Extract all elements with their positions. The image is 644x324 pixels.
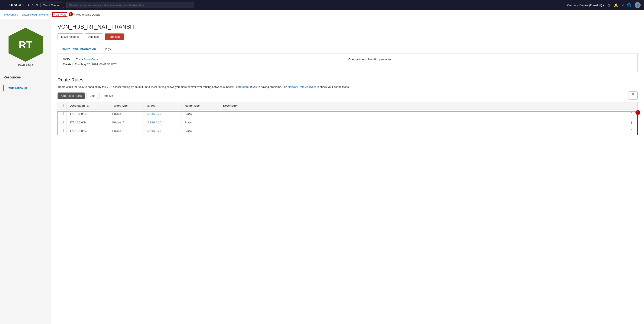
table-toolbar: Add Route Rules Edit Remove bbox=[58, 92, 638, 99]
info-right: Compartment: IwanHoogendoorn bbox=[348, 58, 632, 68]
manage-columns-button[interactable]: ⋮⋮ bbox=[628, 92, 638, 100]
row3-description bbox=[220, 126, 627, 135]
tab-tags[interactable]: Tags bbox=[100, 45, 115, 53]
row1-target-type: Private IP bbox=[109, 110, 144, 118]
row2-checkbox-cell bbox=[58, 118, 67, 126]
table-row: 172.16.3.0/24 Private IP 172.16.0.20 Sta… bbox=[58, 126, 638, 135]
row3-destination: 172.16.3.0/24 bbox=[67, 126, 109, 135]
row1-route-type: Static bbox=[182, 110, 220, 118]
breadcrumb-vcn[interactable]: Virtual cloud networks bbox=[22, 13, 48, 16]
created-row: Created: Thu, May 23, 2024, 06:41:38 UTC bbox=[63, 63, 347, 66]
hamburger-menu-icon[interactable]: ☰ bbox=[4, 3, 7, 8]
col-target: Target bbox=[144, 102, 182, 110]
select-all-checkbox[interactable] bbox=[61, 104, 64, 107]
step-2-badge: 2 bbox=[68, 12, 73, 16]
step-1-badge: 1 bbox=[636, 110, 640, 115]
top-navigation: ☰ ORACLE Cloud Cloud Classic › Germany C… bbox=[0, 0, 644, 10]
add-tags-button[interactable]: Add tags bbox=[85, 34, 103, 40]
row2-destination: 172.16.2.0/24 bbox=[67, 118, 109, 126]
region-selector[interactable]: Germany Central (Frankfurt) ▾ bbox=[567, 4, 604, 7]
compartment-row: Compartment: IwanHoogendoorn bbox=[348, 58, 632, 61]
row3-target-link[interactable]: 172.16.0.20 bbox=[146, 130, 161, 132]
row3-target-type: Private IP bbox=[109, 126, 144, 135]
info-grid: OCID: ...m7q4ja Show Copy Created: Thu, … bbox=[63, 58, 632, 68]
row2-more-icon[interactable]: ⋮ bbox=[630, 121, 633, 124]
col-select-all[interactable] bbox=[58, 102, 67, 110]
row2-route-type: Static bbox=[182, 118, 220, 126]
ocid-show-link[interactable]: Show bbox=[84, 58, 91, 61]
sort-icon: ▲ bbox=[86, 104, 89, 107]
ocid-row: OCID: ...m7q4ja Show Copy bbox=[63, 58, 347, 61]
row2-target: 172.16.0.20 bbox=[144, 118, 182, 126]
row1-more-icon[interactable]: ⋮ bbox=[630, 112, 633, 116]
table-row: 172.16.2.0/24 Private IP 172.16.0.20 Sta… bbox=[58, 118, 638, 126]
main-layout: RT AVAILABLE Resources Route Rules (3) V… bbox=[0, 19, 644, 324]
col-description: Description bbox=[220, 102, 627, 110]
row2-actions: ⋮ bbox=[627, 118, 638, 126]
col-target-type: Target Type bbox=[109, 102, 144, 110]
terminate-button[interactable]: Terminate bbox=[105, 34, 124, 40]
info-left: OCID: ...m7q4ja Show Copy Created: Thu, … bbox=[63, 58, 347, 68]
sidebar-item-route-rules[interactable]: Route Rules (3) bbox=[4, 84, 48, 91]
row2-checkbox[interactable] bbox=[61, 121, 64, 124]
col-route-type: Route Type bbox=[182, 102, 220, 110]
row3-checkbox[interactable] bbox=[61, 129, 64, 132]
compartment-value: IwanHoogendoorn bbox=[368, 58, 390, 61]
sidebar-title: Resources bbox=[4, 76, 48, 79]
move-resource-button[interactable]: Move resource bbox=[58, 34, 83, 40]
network-path-analyzer-link[interactable]: Network Path Analyzer bbox=[288, 85, 316, 88]
help-icon[interactable]: ? bbox=[622, 3, 624, 7]
row3-checkbox-cell bbox=[58, 126, 67, 135]
row1-destination: 172.16.1.0/24 bbox=[67, 110, 109, 118]
breadcrumb-details: Route Table Details bbox=[76, 13, 100, 16]
row2-target-type: Private IP bbox=[109, 118, 144, 126]
sidebar-section: Resources Route Rules (3) bbox=[0, 71, 51, 96]
nav-icons: ⊡ 🔔 ? 🌐 👤 bbox=[608, 2, 640, 8]
ocid-copy-link[interactable]: Copy bbox=[92, 58, 98, 61]
row3-target: 172.16.0.20 bbox=[144, 126, 182, 135]
route-table-wrapper: Destination ▲ Target Type Target Route T… bbox=[58, 102, 638, 135]
left-sidebar: RT AVAILABLE Resources Route Rules (3) bbox=[0, 19, 51, 324]
breadcrumb: Networking › Virtual cloud networks › HU… bbox=[0, 10, 644, 19]
page-title: VCN_HUB_RT_NAT_TRANSIT bbox=[58, 24, 638, 30]
user-avatar[interactable]: 👤 bbox=[634, 2, 640, 8]
search-input[interactable] bbox=[66, 2, 194, 8]
action-buttons: Move resource Add tags Terminate bbox=[58, 34, 638, 40]
row1-description bbox=[220, 110, 627, 118]
ocid-label: OCID: bbox=[63, 58, 71, 61]
tab-route-table-info[interactable]: Route Table Information bbox=[58, 45, 100, 53]
route-rules-description: Traffic within the VCN is handled by the… bbox=[58, 85, 638, 89]
row2-description bbox=[220, 118, 627, 126]
breadcrumb-networking[interactable]: Networking bbox=[4, 13, 18, 16]
row3-more-icon[interactable]: ⋮ bbox=[630, 129, 633, 133]
row1-checkbox[interactable] bbox=[61, 112, 64, 115]
row3-route-type: Static bbox=[182, 126, 220, 135]
add-route-rules-button[interactable]: Add Route Rules bbox=[58, 92, 85, 99]
sidebar-divider bbox=[4, 82, 48, 82]
created-value: Thu, May 23, 2024, 06:41:38 UTC bbox=[75, 63, 117, 66]
monitor-icon[interactable]: ⊡ bbox=[608, 3, 610, 7]
table-header-row: Destination ▲ Target Type Target Route T… bbox=[58, 102, 638, 110]
learn-more-link[interactable]: Learn more. bbox=[235, 85, 250, 88]
resource-icon-container: RT AVAILABLE bbox=[0, 24, 51, 71]
status-badge: AVAILABLE bbox=[18, 64, 34, 67]
remove-button[interactable]: Remove bbox=[100, 93, 116, 99]
col-actions bbox=[627, 102, 638, 110]
created-label: Created: bbox=[63, 63, 74, 66]
row1-target-link[interactable]: 172.16.0.20 bbox=[146, 112, 161, 116]
cloud-classic-button[interactable]: Cloud Classic › bbox=[40, 2, 64, 8]
col-destination[interactable]: Destination ▲ bbox=[67, 102, 109, 110]
resource-hex-icon: RT bbox=[8, 28, 42, 62]
breadcrumb-hub-vcn[interactable]: HUB-VCN bbox=[52, 12, 67, 17]
route-table: Destination ▲ Target Type Target Route T… bbox=[58, 102, 638, 135]
nav-right: Germany Central (Frankfurt) ▾ ⊡ 🔔 ? 🌐 👤 bbox=[567, 2, 640, 8]
bell-icon[interactable]: 🔔 bbox=[614, 3, 618, 7]
edit-button[interactable]: Edit bbox=[86, 93, 98, 99]
globe-icon[interactable]: 🌐 bbox=[627, 3, 631, 7]
row1-checkbox-cell bbox=[58, 110, 67, 118]
oracle-logo: ORACLE Cloud bbox=[10, 3, 38, 7]
table-row: 172.16.1.0/24 Private IP 172.16.0.20 Sta… bbox=[58, 110, 638, 118]
row2-target-link[interactable]: 172.16.0.20 bbox=[146, 121, 161, 124]
row1-target: 172.16.0.20 bbox=[144, 110, 182, 118]
content-area: VCN_HUB_RT_NAT_TRANSIT Move resource Add… bbox=[51, 19, 644, 324]
